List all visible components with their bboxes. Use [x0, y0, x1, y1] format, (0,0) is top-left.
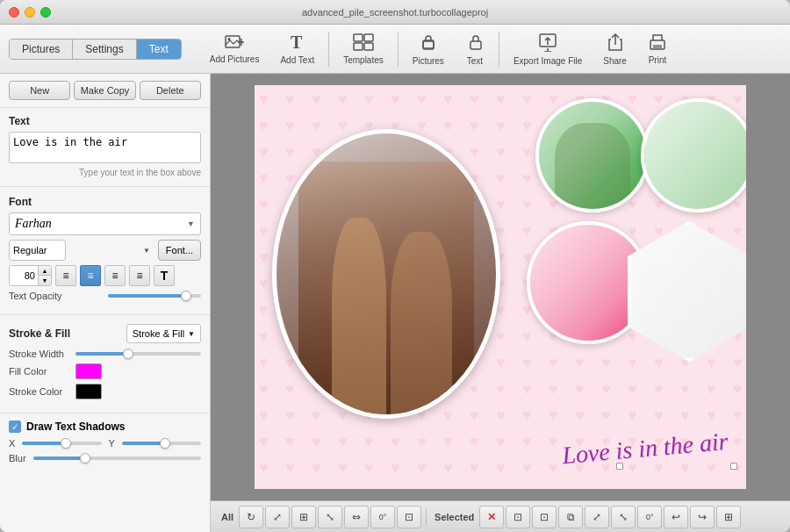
pictures-lock-label: Pictures: [413, 56, 444, 66]
size-decrement[interactable]: ▼: [39, 276, 51, 285]
photo-circle-top-right[interactable]: [641, 98, 746, 212]
photo-white-couple: [631, 225, 746, 358]
export-icon: [538, 32, 557, 54]
main-photo-oval[interactable]: [272, 129, 500, 419]
make-copy-button[interactable]: Make Copy: [74, 81, 135, 100]
add-text-group[interactable]: T Add Text: [269, 30, 325, 68]
canvas-content[interactable]: ♥: [211, 74, 790, 500]
fill-color-row: Fill Color: [9, 363, 201, 379]
opacity-slider-track[interactable]: [108, 294, 202, 298]
svg-rect-7: [354, 43, 363, 50]
font-selector-row: Farhan ▼: [9, 212, 201, 235]
templates-group[interactable]: Templates: [333, 30, 394, 68]
x-slider-thumb: [61, 438, 71, 449]
undo-button[interactable]: ↩: [664, 506, 688, 528]
align-center-button[interactable]: ≡: [80, 265, 101, 286]
shadow-checkbox-row: ✓ Draw Text Shadows: [9, 421, 201, 433]
person-1: [332, 218, 387, 414]
align-justify-button[interactable]: ≡: [129, 265, 150, 286]
add-pictures-group[interactable]: Add Pictures: [199, 31, 270, 68]
size-stepper: ▲ ▼: [38, 266, 51, 285]
add-pictures-icon: [225, 34, 244, 53]
templates-icon: [353, 33, 374, 54]
rotate-all-button[interactable]: ↻: [239, 506, 263, 528]
font-button[interactable]: Font...: [158, 240, 201, 261]
size-increment[interactable]: ▲: [39, 266, 51, 276]
share-group[interactable]: Share: [592, 29, 637, 69]
title-bar: advanced_pile_screenshot.turbocollagepro…: [0, 0, 790, 25]
expand-button[interactable]: ⤡: [318, 506, 342, 528]
font-dropdown-arrow: ▼: [187, 219, 195, 228]
toolbar-sep-2: [398, 32, 399, 67]
sidebar: New Make Copy Delete Text Love is in the…: [0, 74, 211, 532]
pictures-lock-group[interactable]: Pictures: [402, 29, 455, 69]
stroke-fill-dropdown-arrow: ▼: [188, 330, 195, 338]
text-lock-label: Text: [467, 56, 483, 66]
fill-color-label: Fill Color: [9, 366, 70, 377]
font-name-selector[interactable]: Farhan ▼: [9, 212, 201, 235]
tab-group: Pictures Settings Text: [9, 39, 182, 60]
resize-button[interactable]: ⤢: [585, 506, 609, 528]
add-text-label: Add Text: [280, 55, 314, 65]
crop2-button[interactable]: ⊡: [532, 506, 557, 528]
tab-settings[interactable]: Settings: [73, 40, 136, 59]
collage-frame[interactable]: ♥: [255, 85, 746, 489]
stroke-fill-header-row: Stroke & Fill Stroke & Fill ▼: [9, 324, 201, 343]
grid-button[interactable]: ⊞: [291, 506, 316, 528]
minimize-button[interactable]: [25, 7, 35, 18]
crop-button[interactable]: ⊡: [506, 506, 530, 528]
maximize-button[interactable]: [40, 7, 51, 18]
redo-button[interactable]: ↪: [690, 506, 715, 528]
delete-button[interactable]: Delete: [140, 81, 201, 100]
fit-button[interactable]: ⤢: [265, 506, 290, 528]
stroke-width-slider[interactable]: [75, 352, 201, 356]
sidebar-actions: New Make Copy Delete: [0, 74, 210, 108]
text-input[interactable]: Love is in the air: [9, 132, 201, 163]
tab-text[interactable]: Text: [137, 40, 181, 59]
align-h-button[interactable]: ⇔: [344, 506, 369, 528]
layout-button[interactable]: ⊡: [397, 506, 421, 528]
stroke-fill-dropdown[interactable]: Stroke & Fill ▼: [126, 324, 201, 343]
corner-handle-tr[interactable]: [730, 463, 737, 470]
corner-handle-tl[interactable]: [616, 463, 623, 470]
main-area: New Make Copy Delete Text Love is in the…: [0, 74, 790, 532]
stroke-fill-label: Stroke & Fill: [9, 327, 70, 340]
export-group[interactable]: Export Image File: [503, 29, 592, 69]
new-button[interactable]: New: [9, 81, 70, 100]
tab-pictures[interactable]: Pictures: [10, 40, 73, 59]
stroke-color-swatch[interactable]: [75, 384, 102, 399]
photo-circle-top-left[interactable]: [535, 98, 650, 212]
stroke-color-row: Stroke Color: [9, 384, 201, 399]
size-align-row: ▲ ▼ ≡ ≡ ≡ ≡ T: [9, 265, 201, 286]
blur-slider[interactable]: [33, 457, 201, 460]
align-left-button[interactable]: ≡: [55, 265, 76, 286]
text-style-button[interactable]: T: [154, 265, 175, 286]
duplicate-button[interactable]: ⧉: [558, 506, 583, 528]
x-slider[interactable]: [22, 442, 101, 445]
fill-color-swatch[interactable]: [75, 363, 102, 379]
font-style-select[interactable]: Regular Bold Italic: [9, 240, 66, 261]
font-size-input[interactable]: [10, 266, 38, 285]
window-title: advanced_pile_screenshot.turbocollagepro…: [302, 7, 488, 18]
sel-rotate-value: 0°: [646, 513, 654, 521]
print-group[interactable]: Print: [637, 30, 678, 68]
resize2-button[interactable]: ⤡: [611, 506, 636, 528]
text-lock-group[interactable]: Text: [455, 29, 495, 69]
font-style-wrapper: Regular Bold Italic: [9, 240, 154, 261]
selected-label: Selected: [431, 512, 478, 522]
close-button[interactable]: [9, 7, 19, 18]
align-right-button[interactable]: ≡: [104, 265, 126, 286]
stroke-width-row: Stroke Width: [9, 349, 201, 359]
opacity-row: Text Opacity: [9, 291, 201, 301]
draw-shadows-checkbox[interactable]: ✓: [9, 421, 21, 433]
more-button[interactable]: ⊞: [716, 506, 741, 528]
angle-button[interactable]: 0°: [370, 506, 395, 528]
traffic-lights: [9, 7, 51, 18]
deselect-button[interactable]: ✕: [479, 506, 504, 528]
divider-1: [0, 186, 210, 187]
sel-rotate-button[interactable]: 0°: [637, 506, 662, 528]
y-slider[interactable]: [122, 442, 201, 445]
opacity-label: Text Opacity: [9, 291, 103, 301]
text-lock-icon: [465, 32, 485, 54]
bottom-toolbar: All ↻ ⤢ ⊞ ⤡ ⇔ 0° ⊡ Selected ✕ ⊡ ⊡ ⧉ ⤢ ⤡: [211, 500, 790, 532]
